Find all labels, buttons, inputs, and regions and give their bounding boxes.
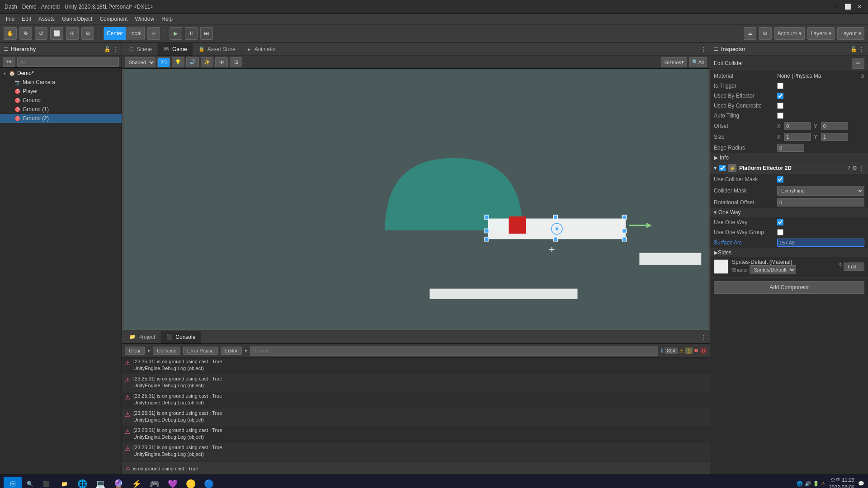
hierarchy-lock-icon[interactable]: 🔓 [104,46,111,52]
info-section-header[interactable]: ▶ Info [710,153,868,162]
console-entry-1[interactable]: ⚠ [23:25:31] is on ground using cast : T… [122,357,710,375]
taskbar-unity[interactable]: ⚡ [128,476,145,488]
audio-btn[interactable]: 🔊 [186,57,199,67]
taskbar-vs2[interactable]: 💜 [165,476,181,488]
hierarchy-search[interactable] [17,57,119,67]
taskbar-vs[interactable]: 💻 [92,476,108,488]
used-by-effector-checkbox[interactable] [777,93,783,99]
network-icon[interactable]: 🌐 [797,481,803,487]
size-x-input[interactable] [784,133,811,141]
search-scene-btn[interactable]: 🔍 All [689,57,707,67]
tab-asset-store[interactable]: 🔒 Asset Store [193,43,241,56]
hierarchy-item-maincamera[interactable]: 📷 Main Camera [0,78,122,87]
is-trigger-checkbox[interactable] [777,83,783,89]
create-btn[interactable]: +▾ [3,57,15,67]
platform-effector-header[interactable]: ▾ ⚡ Platform Effector 2D ? ⚙ ⋮ [710,162,868,174]
collider-mask-dropdown[interactable]: Everything [777,186,864,196]
volume-icon[interactable]: 🔊 [805,481,811,487]
comp-enabled-checkbox[interactable] [719,165,726,171]
editor-btn[interactable]: Editor [221,347,242,355]
editor-dropdown-icon[interactable]: ▾ [245,347,247,354]
collapse-btn[interactable]: Collapse [153,347,180,355]
scale-tool-btn[interactable]: ⬜ [50,27,63,40]
hierarchy-item-ground2[interactable]: 🎯 Ground (2) [0,114,122,123]
shader-dropdown[interactable]: Sprites/Default [750,265,796,274]
hierarchy-item-ground[interactable]: 🎯 Ground [0,96,122,105]
tab-project[interactable]: 📁 Project [124,331,161,343]
rect-tool-btn[interactable]: ⊞ [66,27,79,40]
2d-btn[interactable]: 2D [157,57,170,67]
snapping-btn[interactable]: ⊹ [147,27,160,40]
offset-y-input[interactable] [821,122,848,130]
menu-window[interactable]: Window [131,15,158,23]
menu-assets[interactable]: Assets [35,15,58,23]
play-btn[interactable]: ▶ [170,27,182,40]
tab-console[interactable]: ⬛ Console [161,331,201,343]
taskbar-task-view-btn[interactable]: ⬛ [38,477,54,488]
add-component-btn[interactable]: Add Component [714,281,864,294]
menu-component[interactable]: Component [96,15,131,23]
taskbar-app-extra2[interactable]: 🔵 [201,476,217,488]
taskbar-steam[interactable]: 🎮 [146,476,163,488]
surface-arc-input[interactable] [777,239,864,247]
move-tool-btn[interactable]: ✥ [19,27,32,40]
hierarchy-item-demo[interactable]: ▾ 🏠 Demo* [0,69,122,78]
clear-dropdown-icon[interactable]: ▾ [147,347,150,354]
console-entry-5[interactable]: ⚠ [23:25:31] is on ground using cast : T… [122,426,710,443]
menu-file[interactable]: File [2,15,18,23]
tab-scene[interactable]: ⬡ Scene [124,43,158,56]
edge-radius-input[interactable] [777,144,804,152]
cloud-btn[interactable]: ☁ [744,27,756,40]
shading-dropdown[interactable]: Shaded [125,57,156,67]
hierarchy-menu-icon[interactable]: ⋮ [113,46,118,52]
used-by-composite-checkbox[interactable] [777,103,783,109]
rotate-tool-btn[interactable]: ↺ [35,27,47,40]
minimize-button[interactable]: ─ [832,3,840,11]
collab-btn[interactable]: ⚙ [759,27,772,40]
one-way-header[interactable]: ▾ One Way [710,208,868,217]
clear-btn[interactable]: Clear [125,347,145,355]
effects-btn[interactable]: ✨ [201,57,213,67]
taskbar-explorer[interactable]: 📁 [56,476,72,488]
auto-tiling-checkbox[interactable] [777,113,783,119]
tab-bar-menu[interactable]: ⋮ [701,46,708,52]
center-btn[interactable]: Center [104,27,126,40]
console-entry-3[interactable]: ⚠ [23:25:31] is on ground using cast : T… [122,392,710,409]
menu-gameobject[interactable]: GameObject [58,15,96,23]
offset-x-input[interactable] [784,122,811,130]
inspector-menu-icon[interactable]: ⋮ [859,46,864,52]
comp-settings-btn[interactable]: ⚙ [852,165,857,171]
edit-collider-btn[interactable]: ✏ [852,58,864,69]
comp-menu-btn[interactable]: ⋮ [859,165,864,171]
taskbar-app-extra[interactable]: 🟡 [183,476,199,488]
use-one-way-group-checkbox[interactable] [777,229,783,235]
inspector-lock-icon[interactable]: 🔓 [850,46,857,52]
maximize-button[interactable]: ⬜ [844,3,852,11]
hierarchy-item-ground1[interactable]: 🎯 Ground (1) [0,105,122,114]
sides-section-header[interactable]: ▶ Sides [710,248,868,257]
console-entry-6[interactable]: ⚠ [23:25:31] is on ground using cast : T… [122,443,710,460]
menu-edit[interactable]: Edit [18,15,35,23]
console-entry-4[interactable]: ⚠ [23:25:31] is on ground using cast : T… [122,409,710,426]
scene-view[interactable]: Shaded 2D 💡 🔊 ✨ 👁 ⊞ Gizmos▾ 🔍 All [122,56,710,330]
hand-tool-btn[interactable]: ✋ [4,27,17,40]
bottom-tab-menu[interactable]: ⋮ [701,334,708,340]
account-dropdown[interactable]: Account ▾ [774,27,805,40]
lighting-btn[interactable]: 💡 [172,57,184,67]
console-search[interactable] [250,346,659,356]
menu-help[interactable]: Help [158,15,176,23]
layout-dropdown[interactable]: Layout ▾ [837,27,864,40]
comp-help-btn[interactable]: ? [847,165,850,171]
console-entry-2[interactable]: ⚠ [23:25:31] is on ground using cast : T… [122,375,710,392]
start-button[interactable]: ⊞ [4,477,22,488]
use-collider-mask-checkbox[interactable] [777,176,783,183]
local-btn[interactable]: Local [126,27,144,40]
taskbar-chrome[interactable]: 🌐 [74,476,90,488]
pause-btn[interactable]: ⏸ [185,27,198,40]
material-edit-btn[interactable]: Edit... [844,263,864,271]
use-one-way-checkbox[interactable] [777,219,783,225]
close-button[interactable]: ✕ [855,3,863,11]
error-pause-btn[interactable]: Error Pause [183,347,218,355]
material-dot-icon[interactable]: ⊙ [860,73,864,79]
size-y-input[interactable] [821,133,848,141]
